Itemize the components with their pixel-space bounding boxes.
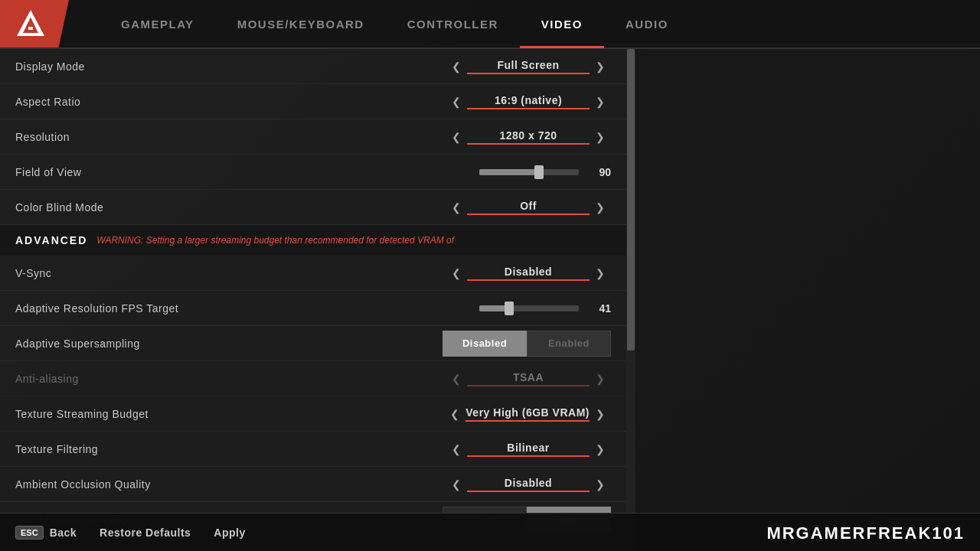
tab-audio[interactable]: AUDIO xyxy=(604,0,690,48)
apply-label: Apply xyxy=(214,527,245,539)
adaptive-super-label: Adaptive Supersampling xyxy=(15,337,443,350)
anti-aliasing-next[interactable]: ❯ xyxy=(590,365,611,393)
display-mode-control: ❮ Full Screen ❯ xyxy=(443,53,611,80)
fov-slider-fill xyxy=(479,169,539,175)
adaptive-res-slider-thumb xyxy=(505,302,514,315)
advanced-warning: WARNING: Setting a larger streaming budg… xyxy=(96,235,454,246)
resolution-value: 980 x 551 xyxy=(467,129,590,145)
resolution-next[interactable]: ❯ xyxy=(590,123,611,151)
fov-label: Field of View xyxy=(15,166,443,178)
ambient-occlusion-next[interactable]: ❯ xyxy=(590,471,611,498)
apex-logo xyxy=(14,7,47,41)
anti-aliasing-prev[interactable]: ❮ xyxy=(446,365,467,393)
color-blind-prev[interactable]: ❮ xyxy=(446,194,467,221)
texture-filtering-next[interactable]: ❯ xyxy=(590,435,611,463)
scrollbar[interactable] xyxy=(626,49,635,551)
setting-anti-aliasing: Anti-aliasing ❮ TSAA ❯ xyxy=(0,361,626,396)
texture-filtering-label: Texture Filtering xyxy=(15,443,443,455)
adaptive-res-label: Adaptive Resolution FPS Target xyxy=(15,302,443,315)
adaptive-super-disabled-btn[interactable]: Disabled xyxy=(443,331,527,357)
texture-streaming-prev[interactable]: ❮ xyxy=(444,400,466,428)
logo-area xyxy=(0,0,69,47)
back-label: Back xyxy=(50,527,77,539)
main-content: Display Mode ❮ Full Screen ❯ Aspect Rati… xyxy=(0,49,980,551)
esc-key-label: ESC xyxy=(15,526,44,540)
texture-streaming-value: Very High (6GB VRAM) xyxy=(466,406,590,422)
settings-panel: Display Mode ❮ Full Screen ❯ Aspect Rati… xyxy=(0,49,635,551)
setting-fov: Field of View 90 xyxy=(0,155,626,190)
color-blind-label: Color Blind Mode xyxy=(15,201,443,214)
setting-adaptive-super: Adaptive Supersampling Disabled Enabled xyxy=(0,326,626,361)
anti-aliasing-label: Anti-aliasing xyxy=(15,373,443,385)
anti-aliasing-value: TSAA xyxy=(467,371,590,386)
settings-list: Display Mode ❮ Full Screen ❯ Aspect Rati… xyxy=(0,49,626,537)
setting-resolution: Resolution ❮ 980 x 551 ❯ xyxy=(0,119,626,155)
fov-slider-track[interactable] xyxy=(479,169,579,175)
setting-display-mode: Display Mode ❮ Full Screen ❯ xyxy=(0,49,626,84)
restore-defaults-button[interactable]: Restore Defaults xyxy=(100,527,191,539)
texture-streaming-label: Texture Streaming Budget xyxy=(15,408,443,420)
fov-value: 90 xyxy=(588,166,611,178)
aspect-ratio-control: ❮ 16:9 (native) ❯ xyxy=(443,88,611,116)
aspect-ratio-next[interactable]: ❯ xyxy=(590,88,611,116)
tab-controller[interactable]: CONTROLLER xyxy=(386,0,520,48)
nav-bar: GAMEPLAY MOUSE/KEYBOARD CONTROLLER VIDEO… xyxy=(0,0,980,49)
tab-mouse-keyboard[interactable]: MOUSE/KEYBOARD xyxy=(216,0,386,48)
adaptive-res-control: 41 xyxy=(443,302,611,315)
resolution-prev[interactable]: ❮ xyxy=(446,123,467,151)
fov-slider-thumb xyxy=(534,165,544,179)
adaptive-super-control: Disabled Enabled xyxy=(443,331,611,357)
display-mode-value: Full Screen xyxy=(467,59,590,74)
texture-filtering-prev[interactable]: ❮ xyxy=(446,435,467,463)
vsync-next[interactable]: ❯ xyxy=(590,259,611,287)
texture-streaming-control: ❮ Very High (6GB VRAM) ❯ xyxy=(443,400,611,428)
ambient-occlusion-prev[interactable]: ❮ xyxy=(446,471,467,498)
display-mode-next[interactable]: ❯ xyxy=(590,53,611,80)
restore-defaults-label: Restore Defaults xyxy=(100,527,191,539)
anti-aliasing-control: ❮ TSAA ❯ xyxy=(443,365,611,393)
watermark: MRGAMERFREAK101 xyxy=(766,523,965,543)
fov-control: 90 xyxy=(443,166,611,178)
advanced-section-header: ADVANCED WARNING: Setting a larger strea… xyxy=(0,225,626,256)
apply-button[interactable]: Apply xyxy=(214,527,245,539)
tab-gameplay[interactable]: GAMEPLAY xyxy=(100,0,216,48)
right-panel xyxy=(635,49,980,551)
aspect-ratio-prev[interactable]: ❮ xyxy=(446,88,467,116)
aspect-ratio-label: Aspect Ratio xyxy=(15,96,443,108)
color-blind-value: Off xyxy=(467,200,590,215)
setting-texture-streaming: Texture Streaming Budget ❮ Very High (6G… xyxy=(0,396,626,432)
texture-filtering-control: ❮ Bilinear ❯ xyxy=(443,435,611,463)
setting-vsync: V-Sync ❮ Disabled ❯ xyxy=(0,256,626,291)
ambient-occlusion-control: ❮ Disabled ❯ xyxy=(443,471,611,498)
setting-ambient-occlusion: Ambient Occlusion Quality ❮ Disabled ❯ xyxy=(0,467,626,502)
texture-streaming-next[interactable]: ❯ xyxy=(590,400,611,428)
adaptive-res-slider-track[interactable] xyxy=(479,305,579,311)
tab-video[interactable]: VIDEO xyxy=(520,0,604,48)
setting-adaptive-res: Adaptive Resolution FPS Target 41 xyxy=(0,291,626,326)
adaptive-res-value: 41 xyxy=(588,302,611,315)
vsync-label: V-Sync xyxy=(15,267,443,279)
setting-texture-filtering: Texture Filtering ❮ Bilinear ❯ xyxy=(0,432,626,467)
display-mode-prev[interactable]: ❮ xyxy=(446,53,467,80)
ambient-occlusion-value: Disabled xyxy=(467,477,590,492)
color-blind-next[interactable]: ❯ xyxy=(590,194,611,221)
setting-color-blind: Color Blind Mode ❮ Off ❯ xyxy=(0,190,626,225)
color-blind-control: ❮ Off ❯ xyxy=(443,194,611,221)
ambient-occlusion-label: Ambient Occlusion Quality xyxy=(15,478,443,491)
back-button[interactable]: ESC Back xyxy=(15,526,77,540)
scrollbar-thumb xyxy=(627,49,635,350)
vsync-value: Disabled xyxy=(467,266,590,281)
setting-aspect-ratio: Aspect Ratio ❮ 16:9 (native) ❯ xyxy=(0,84,626,119)
aspect-ratio-value: 16:9 (native) xyxy=(467,94,590,109)
adaptive-super-enabled-btn[interactable]: Enabled xyxy=(527,331,611,357)
resolution-control: ❮ 980 x 551 ❯ xyxy=(443,123,611,151)
resolution-label: Resolution xyxy=(15,131,443,143)
display-mode-label: Display Mode xyxy=(15,60,443,73)
vsync-prev[interactable]: ❮ xyxy=(446,259,467,287)
vsync-control: ❮ Disabled ❯ xyxy=(443,259,611,287)
nav-tabs: GAMEPLAY MOUSE/KEYBOARD CONTROLLER VIDEO… xyxy=(69,0,980,47)
advanced-title: ADVANCED xyxy=(15,234,87,246)
texture-filtering-value: Bilinear xyxy=(467,442,590,457)
